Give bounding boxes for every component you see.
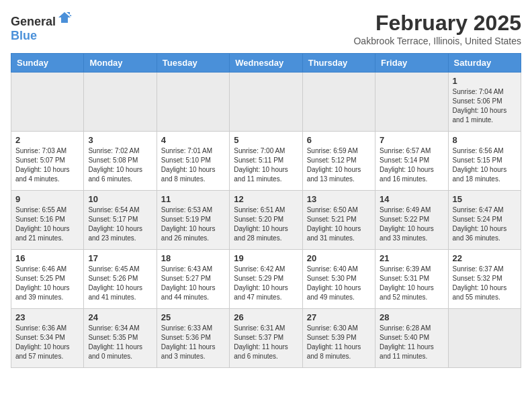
day-info: Sunrise: 7:00 AM Sunset: 5:11 PM Dayligh… [234,146,298,184]
day-header-thursday: Thursday [302,54,375,73]
day-number: 3 [88,135,152,145]
day-info: Sunrise: 6:34 AM Sunset: 5:35 PM Dayligh… [88,324,152,361]
day-header-saturday: Saturday [448,54,521,73]
day-info: Sunrise: 6:31 AM Sunset: 5:37 PM Dayligh… [234,324,298,361]
day-number: 4 [161,135,225,145]
calendar-day-cell: 26Sunrise: 6:31 AM Sunset: 5:37 PM Dayli… [230,309,302,368]
day-info: Sunrise: 6:47 AM Sunset: 5:24 PM Dayligh… [453,205,517,243]
day-number: 9 [15,194,79,204]
location: Oakbrook Terrace, Illinois, United State… [353,36,521,46]
calendar-week-row: 1Sunrise: 7:04 AM Sunset: 5:06 PM Daylig… [11,73,521,132]
day-header-friday: Friday [375,54,448,73]
calendar-day-cell: 5Sunrise: 7:00 AM Sunset: 5:11 PM Daylig… [230,132,302,191]
calendar-day-cell: 18Sunrise: 6:43 AM Sunset: 5:27 PM Dayli… [157,250,229,309]
day-number: 24 [88,312,152,322]
day-info: Sunrise: 6:30 AM Sunset: 5:39 PM Dayligh… [307,324,371,361]
day-info: Sunrise: 7:04 AM Sunset: 5:06 PM Dayligh… [453,87,517,125]
day-info: Sunrise: 7:03 AM Sunset: 5:07 PM Dayligh… [15,146,79,184]
calendar-day-cell: 12Sunrise: 6:51 AM Sunset: 5:20 PM Dayli… [230,191,302,250]
calendar-day-cell: 17Sunrise: 6:45 AM Sunset: 5:26 PM Dayli… [84,250,157,309]
day-info: Sunrise: 6:49 AM Sunset: 5:22 PM Dayligh… [380,205,443,243]
day-info: Sunrise: 6:50 AM Sunset: 5:21 PM Dayligh… [307,205,371,243]
day-info: Sunrise: 6:45 AM Sunset: 5:26 PM Dayligh… [88,265,152,302]
day-info: Sunrise: 6:51 AM Sunset: 5:20 PM Dayligh… [234,205,298,243]
day-info: Sunrise: 6:28 AM Sunset: 5:40 PM Dayligh… [380,324,443,361]
day-header-wednesday: Wednesday [230,54,302,73]
calendar-day-cell: 9Sunrise: 6:55 AM Sunset: 5:16 PM Daylig… [11,191,84,250]
calendar-day-cell [375,73,448,132]
calendar-day-cell: 14Sunrise: 6:49 AM Sunset: 5:22 PM Dayli… [375,191,448,250]
day-number: 13 [307,194,371,204]
day-number: 26 [234,312,298,322]
calendar-day-cell: 6Sunrise: 6:59 AM Sunset: 5:12 PM Daylig… [302,132,375,191]
day-info: Sunrise: 6:54 AM Sunset: 5:17 PM Dayligh… [88,205,152,243]
day-info: Sunrise: 6:37 AM Sunset: 5:32 PM Dayligh… [453,265,517,302]
day-number: 28 [380,312,443,322]
day-header-monday: Monday [84,54,157,73]
logo: General Blue [11,11,72,43]
calendar-week-row: 2Sunrise: 7:03 AM Sunset: 5:07 PM Daylig… [11,132,521,191]
month-year: February 2025 [353,11,521,36]
calendar-day-cell [157,73,229,132]
day-number: 14 [380,194,443,204]
day-info: Sunrise: 6:57 AM Sunset: 5:14 PM Dayligh… [380,146,443,184]
day-number: 25 [161,312,225,322]
calendar-header-row: SundayMondayTuesdayWednesdayThursdayFrid… [11,54,521,73]
day-number: 15 [453,194,517,204]
day-info: Sunrise: 7:02 AM Sunset: 5:08 PM Dayligh… [88,146,152,184]
calendar-table: SundayMondayTuesdayWednesdayThursdayFrid… [11,53,521,368]
day-number: 2 [15,135,79,145]
day-number: 22 [453,253,517,263]
page-header: General Blue February 2025 Oakbrook Terr… [11,11,521,46]
calendar-day-cell: 22Sunrise: 6:37 AM Sunset: 5:32 PM Dayli… [448,250,521,309]
calendar-day-cell [84,73,157,132]
calendar-day-cell: 7Sunrise: 6:57 AM Sunset: 5:14 PM Daylig… [375,132,448,191]
calendar-day-cell: 21Sunrise: 6:39 AM Sunset: 5:31 PM Dayli… [375,250,448,309]
calendar-week-row: 16Sunrise: 6:46 AM Sunset: 5:25 PM Dayli… [11,250,521,309]
day-number: 7 [380,135,443,145]
calendar-day-cell: 19Sunrise: 6:42 AM Sunset: 5:29 PM Dayli… [230,250,302,309]
calendar-day-cell: 2Sunrise: 7:03 AM Sunset: 5:07 PM Daylig… [11,132,84,191]
calendar-week-row: 23Sunrise: 6:36 AM Sunset: 5:34 PM Dayli… [11,309,521,368]
calendar-day-cell [302,73,375,132]
logo-blue: Blue [11,29,37,42]
day-number: 8 [453,135,517,145]
calendar-day-cell: 10Sunrise: 6:54 AM Sunset: 5:17 PM Dayli… [84,191,157,250]
day-info: Sunrise: 6:46 AM Sunset: 5:25 PM Dayligh… [15,265,79,302]
calendar-day-cell: 16Sunrise: 6:46 AM Sunset: 5:25 PM Dayli… [11,250,84,309]
logo-general: General [11,15,56,28]
day-info: Sunrise: 6:56 AM Sunset: 5:15 PM Dayligh… [453,146,517,184]
day-number: 27 [307,312,371,322]
calendar-day-cell [11,73,84,132]
day-number: 11 [161,194,225,204]
day-info: Sunrise: 6:36 AM Sunset: 5:34 PM Dayligh… [15,324,79,361]
day-number: 5 [234,135,298,145]
day-info: Sunrise: 6:39 AM Sunset: 5:31 PM Dayligh… [380,265,443,302]
day-info: Sunrise: 6:33 AM Sunset: 5:36 PM Dayligh… [161,324,225,361]
calendar-day-cell: 4Sunrise: 7:01 AM Sunset: 5:10 PM Daylig… [157,132,229,191]
day-number: 16 [15,253,79,263]
day-info: Sunrise: 6:43 AM Sunset: 5:27 PM Dayligh… [161,265,225,302]
day-number: 12 [234,194,298,204]
calendar-day-cell: 20Sunrise: 6:40 AM Sunset: 5:30 PM Dayli… [302,250,375,309]
day-number: 19 [234,253,298,263]
calendar-day-cell: 3Sunrise: 7:02 AM Sunset: 5:08 PM Daylig… [84,132,157,191]
day-number: 23 [15,312,79,322]
day-info: Sunrise: 6:40 AM Sunset: 5:30 PM Dayligh… [307,265,371,302]
day-info: Sunrise: 6:59 AM Sunset: 5:12 PM Dayligh… [307,146,371,184]
calendar-day-cell: 27Sunrise: 6:30 AM Sunset: 5:39 PM Dayli… [302,309,375,368]
calendar-day-cell: 15Sunrise: 6:47 AM Sunset: 5:24 PM Dayli… [448,191,521,250]
calendar-day-cell: 1Sunrise: 7:04 AM Sunset: 5:06 PM Daylig… [448,73,521,132]
day-number: 1 [453,76,517,86]
calendar-day-cell: 11Sunrise: 6:53 AM Sunset: 5:19 PM Dayli… [157,191,229,250]
day-number: 17 [88,253,152,263]
day-number: 10 [88,194,152,204]
day-info: Sunrise: 7:01 AM Sunset: 5:10 PM Dayligh… [161,146,225,184]
day-number: 21 [380,253,443,263]
day-header-sunday: Sunday [11,54,84,73]
calendar-day-cell: 8Sunrise: 6:56 AM Sunset: 5:15 PM Daylig… [448,132,521,191]
logo-icon [57,11,72,24]
day-info: Sunrise: 6:42 AM Sunset: 5:29 PM Dayligh… [234,265,298,302]
day-number: 18 [161,253,225,263]
day-header-tuesday: Tuesday [157,54,229,73]
